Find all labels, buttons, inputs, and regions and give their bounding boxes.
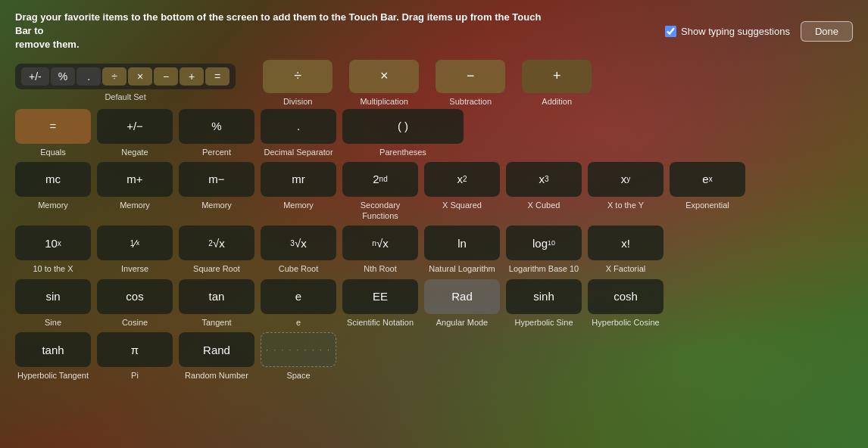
cos-button[interactable]: cos: [97, 279, 173, 314]
percent-button[interactable]: %: [179, 109, 254, 144]
ln-button[interactable]: ln: [424, 226, 500, 260]
inverse-label: Inverse: [121, 263, 148, 274]
equals-button[interactable]: =: [15, 109, 91, 144]
cbrt-item: 3√x Cube Root: [261, 226, 336, 274]
tentox-item: 10x 10 to the X: [15, 226, 91, 274]
xtoy-button[interactable]: xy: [588, 162, 663, 197]
e-label: e: [296, 317, 301, 328]
exponential-label: Exponential: [685, 200, 729, 210]
tentox-button[interactable]: 10x: [15, 226, 91, 260]
cos-item: cos Cosine: [97, 279, 173, 328]
inverse-button[interactable]: 1⁄x: [97, 226, 173, 260]
calc-row-3: 10x 10 to the X 1⁄x Inverse 2√x Square R…: [15, 226, 853, 274]
mr-button[interactable]: mr: [261, 162, 336, 197]
ee-button[interactable]: EE: [342, 279, 418, 314]
pill-equals[interactable]: =: [205, 67, 229, 86]
decimal-button[interactable]: .: [261, 109, 336, 144]
mr-item: mr Memory: [261, 162, 336, 210]
e-item: e e: [261, 279, 336, 328]
pill-decimal[interactable]: .: [76, 67, 101, 86]
multiplication-button[interactable]: ×: [349, 60, 419, 93]
secondary-item: 2nd SecondaryFunctions: [342, 162, 418, 222]
pill-negate[interactable]: +/-: [21, 67, 49, 86]
rand-label: Random Number: [185, 370, 248, 381]
secondary-button[interactable]: 2nd: [342, 162, 418, 197]
exponential-button[interactable]: ex: [670, 162, 745, 197]
division-group: ÷ Division: [263, 60, 333, 106]
mminus-button[interactable]: m−: [179, 162, 254, 197]
sqrt-button[interactable]: 2√x: [179, 226, 254, 260]
negate-label: Negate: [121, 147, 148, 157]
sin-button[interactable]: sin: [15, 279, 91, 314]
factorial-button[interactable]: x!: [588, 226, 663, 260]
main-content: +/- % . ÷ × − + = Default Set ÷ Division…: [0, 60, 868, 381]
mc-button[interactable]: mc: [15, 162, 91, 197]
xcubed-item: x3 X Cubed: [506, 162, 582, 210]
ee-label: Scientific Notation: [347, 317, 414, 328]
calc-row-2: mc Memory m+ Memory m− Memory mr Memory …: [15, 162, 853, 222]
pill-multiply[interactable]: ×: [128, 67, 152, 86]
pi-item: π Pi: [97, 332, 173, 381]
xcubed-button[interactable]: x3: [506, 162, 582, 197]
ln-item: ln Natural Logarithm: [424, 226, 500, 274]
e-button[interactable]: e: [261, 279, 336, 314]
rad-item: Rad Angular Mode: [424, 279, 500, 328]
rad-button[interactable]: Rad: [424, 279, 500, 314]
negate-item: +/− Negate: [97, 109, 173, 157]
sinh-label: Hyperbolic Sine: [514, 317, 573, 328]
inverse-item: 1⁄x Inverse: [97, 226, 173, 274]
division-button[interactable]: ÷: [263, 60, 333, 93]
done-button[interactable]: Done: [801, 21, 853, 42]
pill-percent[interactable]: %: [51, 67, 75, 86]
rand-item: Rand Random Number: [179, 332, 254, 381]
percent-label: Percent: [202, 147, 231, 157]
sinh-button[interactable]: sinh: [506, 279, 582, 314]
pill-add[interactable]: +: [180, 67, 204, 86]
log10-item: log10 Logarithm Base 10: [506, 226, 582, 274]
parentheses-item: ( ) Parentheses: [342, 109, 464, 157]
factorial-label: X Factorial: [606, 263, 646, 274]
nthroot-button[interactable]: n√x: [342, 226, 418, 260]
mminus-item: m− Memory: [179, 162, 254, 210]
pill-subtract[interactable]: −: [154, 67, 178, 86]
show-typing-checkbox[interactable]: [665, 26, 676, 37]
cosh-item: cosh Hyperbolic Cosine: [588, 279, 663, 328]
xcubed-label: X Cubed: [528, 200, 560, 210]
percent-item: % Percent: [179, 109, 254, 157]
tan-button[interactable]: tan: [179, 279, 254, 314]
decimal-label: Decimal Separator: [264, 147, 333, 157]
mc-item: mc Memory: [15, 162, 91, 210]
show-typing-label[interactable]: Show typing suggestions: [665, 26, 790, 37]
multiplication-group: × Multiplication: [349, 60, 419, 106]
negate-button[interactable]: +/−: [97, 109, 173, 144]
top-bar-right: Show typing suggestions Done: [665, 21, 853, 42]
tanh-button[interactable]: tanh: [15, 332, 91, 367]
subtraction-button[interactable]: −: [436, 60, 505, 93]
pi-label: Pi: [131, 370, 139, 381]
ln-label: Natural Logarithm: [429, 263, 495, 274]
pill-divide[interactable]: ÷: [102, 67, 126, 86]
addition-button[interactable]: +: [522, 60, 592, 93]
multiplication-label: Multiplication: [360, 97, 408, 106]
space-button[interactable]: · · · · · · · · ·: [261, 332, 336, 367]
op-buttons-row: ÷ Division × Multiplication − Subtractio…: [263, 60, 592, 106]
subtraction-label: Subtraction: [449, 97, 492, 106]
xsquared-item: x2 X Squared: [424, 162, 500, 210]
sin-item: sin Sine: [15, 279, 91, 328]
nthroot-label: Nth Root: [364, 263, 396, 274]
instruction-text: Drag your favorite items to the bottom o…: [15, 11, 545, 52]
ee-item: EE Scientific Notation: [342, 279, 418, 328]
tan-label: Tangent: [201, 317, 231, 328]
factorial-item: x! X Factorial: [588, 226, 663, 274]
cosh-button[interactable]: cosh: [588, 279, 663, 314]
sin-label: Sine: [45, 317, 61, 328]
parentheses-button[interactable]: ( ): [342, 109, 464, 144]
cbrt-button[interactable]: 3√x: [261, 226, 336, 260]
xsquared-button[interactable]: x2: [424, 162, 500, 197]
log10-button[interactable]: log10: [506, 226, 582, 260]
default-set-row: +/- % . ÷ × − + = Default Set ÷ Division…: [15, 60, 853, 106]
xtoy-label: X to the Y: [607, 200, 644, 210]
pi-button[interactable]: π: [97, 332, 173, 367]
rand-button[interactable]: Rand: [179, 332, 254, 367]
mplus-button[interactable]: m+: [97, 162, 173, 197]
